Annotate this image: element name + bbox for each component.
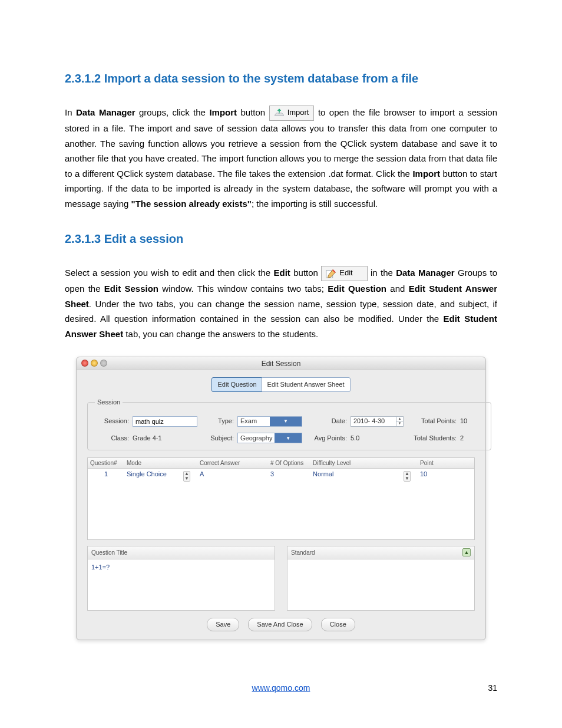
type-value: Exam	[238, 416, 270, 427]
save-button[interactable]: Save	[207, 618, 239, 631]
cell-answer: A	[197, 469, 268, 480]
close-button[interactable]: Close	[321, 618, 355, 631]
window-title: Edit Session	[262, 360, 301, 368]
tab-edit-question[interactable]: Edit Question	[211, 377, 263, 392]
label-total-points: Total Points:	[407, 416, 457, 427]
edit-button-label: Edit	[339, 269, 352, 278]
cell-qnum: 1	[88, 469, 124, 480]
text-strong: Data Manager	[76, 107, 135, 117]
text-strong: Import	[412, 169, 440, 179]
stepper-up-icon[interactable]: ▲	[396, 417, 403, 421]
col-options: # Of Options	[268, 458, 310, 468]
mode-stepper-icon[interactable]: ▲▼	[183, 471, 190, 482]
close-window-icon[interactable]	[81, 360, 88, 367]
tab-edit-student-answer-sheet[interactable]: Edit Student Answer Sheet	[261, 377, 351, 392]
text: and	[386, 284, 409, 294]
label-total-students: Total Students:	[407, 433, 457, 444]
cell-mode: Single Choice	[124, 469, 181, 480]
text: ; the importing is still successful.	[252, 199, 378, 209]
edit-session-window: Edit Session Edit QuestionEdit Student A…	[76, 357, 486, 640]
col-difficulty: Difficulty Level	[310, 458, 401, 468]
text-strong: Edit Session	[104, 284, 158, 294]
edit-icon	[325, 268, 337, 279]
text-strong: Data Manager	[396, 268, 455, 278]
label-subject: Subject:	[201, 433, 234, 444]
stepper-down-icon[interactable]: ▼	[396, 421, 403, 426]
heading-import-section: 2.3.1.2 Import a data session to the sys…	[65, 68, 497, 88]
save-and-close-button[interactable]: Save And Close	[248, 618, 312, 631]
text: tab, you can change the answers to the s…	[123, 329, 318, 339]
text: Select a session you wish to edit and th…	[65, 268, 274, 278]
standard-box: Standard ▲	[287, 546, 475, 611]
col-mode: Mode	[124, 458, 181, 468]
dropdown-arrow-icon: ▼	[270, 417, 302, 426]
cell-point: 10	[418, 469, 451, 480]
text-strong: Edit Question	[328, 284, 386, 294]
cell-options: 3	[268, 469, 310, 480]
cell-difficulty: Normal	[310, 469, 401, 480]
text: button	[237, 107, 269, 117]
question-title-box: Question Title 1+1=?	[87, 546, 275, 611]
session-input[interactable]	[133, 416, 197, 427]
session-fieldset: Session Session: Type: Exam ▼ Date: 2010…	[87, 397, 491, 450]
session-legend: Session	[95, 397, 123, 408]
minimize-window-icon[interactable]	[91, 360, 98, 367]
text-strong: "The session already exists"	[131, 199, 252, 209]
text: In	[65, 107, 76, 117]
text-strong: Edit	[274, 268, 290, 278]
type-dropdown[interactable]: Exam ▼	[237, 416, 302, 427]
text: window. This window contains two tabs;	[158, 284, 328, 294]
page-footer: www.qomo.com 31	[65, 681, 497, 696]
total-points-value: 10	[460, 416, 484, 427]
standard-expand-icon[interactable]: ▲	[462, 548, 471, 556]
import-paragraph: In Data Manager groups, click the Import…	[65, 105, 497, 211]
label-class: Class:	[95, 433, 129, 444]
difficulty-stepper-icon[interactable]: ▲▼	[404, 471, 411, 482]
import-button-label: Import	[287, 108, 309, 117]
col-question-num: Question#	[88, 458, 124, 468]
window-titlebar: Edit Session	[77, 357, 485, 370]
footer-link[interactable]: www.qomo.com	[252, 683, 310, 693]
zoom-window-icon[interactable]	[100, 360, 107, 367]
question-title-value[interactable]: 1+1=?	[88, 559, 275, 575]
subject-value: Geography	[238, 433, 275, 444]
date-value: 2010- 4-30	[351, 416, 396, 427]
text-strong: Import	[209, 107, 237, 117]
date-stepper[interactable]: 2010- 4-30 ▲▼	[351, 416, 404, 427]
text: button	[290, 268, 318, 278]
total-students-value: 2	[460, 433, 484, 444]
text: . Under the two tabs, you can change the…	[65, 299, 497, 324]
text: in the	[371, 268, 396, 278]
label-avg-points: Avg Points:	[306, 433, 347, 444]
dropdown-arrow-icon: ▼	[275, 433, 302, 443]
edit-button-illustration: Edit	[321, 266, 367, 281]
import-button-illustration: Import	[269, 106, 315, 121]
questions-table: Question# Mode Correct Answer # Of Optio…	[87, 457, 475, 540]
import-icon	[273, 108, 285, 118]
table-row[interactable]: 1 Single Choice ▲▼ A 3 Normal ▲▼ 10	[88, 469, 474, 480]
question-title-label: Question Title	[91, 548, 127, 558]
edit-paragraph: Select a session you wish to edit and th…	[65, 265, 497, 341]
heading-edit-section: 2.3.1.3 Edit a session	[65, 229, 497, 249]
standard-label: Standard	[291, 548, 315, 558]
col-correct-answer: Correct Answer	[197, 458, 268, 468]
label-type: Type:	[201, 416, 234, 427]
label-session: Session:	[95, 416, 129, 427]
avg-points-value: 5.0	[351, 433, 404, 444]
window-traffic-lights[interactable]	[81, 360, 107, 367]
text: groups, click the	[135, 107, 210, 117]
label-date: Date:	[306, 416, 347, 427]
class-value: Grade 4-1	[133, 433, 197, 444]
page-number: 31	[488, 681, 497, 696]
col-point: Point	[418, 458, 451, 468]
subject-dropdown[interactable]: Geography ▼	[237, 433, 302, 443]
